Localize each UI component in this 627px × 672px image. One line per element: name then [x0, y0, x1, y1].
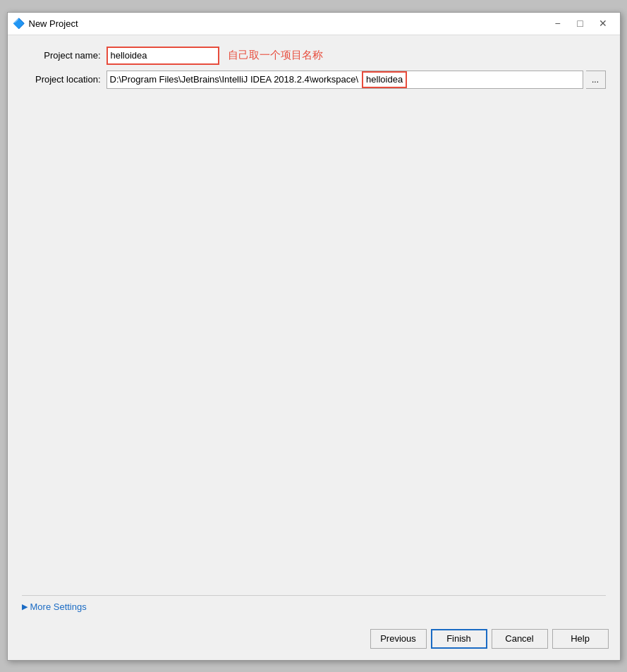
window-controls: − □ ✕ — [547, 13, 614, 33]
new-project-window: 🔷 New Project − □ ✕ Project name: 自己取一个项… — [7, 12, 621, 661]
location-suffix-highlighted: helloidea — [362, 71, 407, 88]
browse-button[interactable]: ... — [586, 71, 606, 89]
title-bar: 🔷 New Project − □ ✕ — [8, 13, 620, 35]
bottom-section: ▶ More Settings — [22, 595, 606, 612]
window-title: New Project — [29, 18, 547, 29]
finish-button[interactable]: Finish — [431, 629, 487, 649]
empty-area — [22, 94, 606, 595]
previous-button[interactable]: Previous — [370, 629, 427, 649]
help-button[interactable]: Help — [552, 629, 609, 649]
location-display: D:\Program Files\JetBrains\IntelliJ IDEA… — [106, 71, 583, 89]
footer-buttons: Previous Finish Cancel Help — [8, 623, 620, 660]
minimize-button[interactable]: − — [547, 13, 569, 33]
project-name-annotation: 自己取一个项目名称 — [228, 49, 323, 62]
project-name-row: Project name: 自己取一个项目名称 — [22, 47, 606, 65]
project-location-row: Project location: D:\Program Files\JetBr… — [22, 71, 606, 89]
location-prefix: D:\Program Files\JetBrains\IntelliJ IDEA… — [107, 74, 362, 85]
project-location-label: Project location: — [22, 74, 106, 85]
project-name-label: Project name: — [22, 50, 106, 61]
more-settings-arrow-icon: ▶ — [22, 602, 28, 611]
more-settings-row[interactable]: ▶ More Settings — [22, 601, 606, 612]
app-icon: 🔷 — [13, 18, 25, 29]
more-settings-label: More Settings — [30, 601, 87, 612]
close-button[interactable]: ✕ — [592, 13, 614, 33]
project-name-input[interactable] — [106, 47, 219, 65]
project-location-input-wrapper: D:\Program Files\JetBrains\IntelliJ IDEA… — [106, 71, 606, 89]
content-area: Project name: 自己取一个项目名称 Project location… — [8, 35, 620, 623]
maximize-button[interactable]: □ — [569, 13, 592, 33]
cancel-button[interactable]: Cancel — [492, 629, 548, 649]
project-name-input-wrapper: 自己取一个项目名称 — [106, 47, 606, 65]
